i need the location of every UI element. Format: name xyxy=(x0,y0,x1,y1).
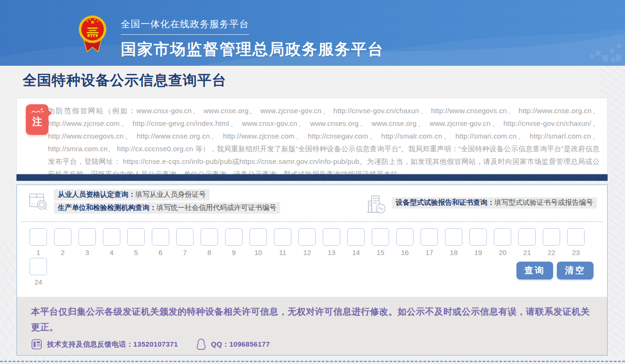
person-query-label: 从业人员资格认定查询： xyxy=(58,190,135,198)
package-search-icon xyxy=(27,190,49,212)
code-input-box-20[interactable] xyxy=(494,228,511,246)
code-input-box-4[interactable] xyxy=(103,228,120,246)
svg-text:★: ★ xyxy=(96,20,99,23)
code-box-number: 19 xyxy=(469,248,487,257)
action-buttons: 查询 清空 xyxy=(516,262,594,279)
code-box-cell: 9 xyxy=(225,228,242,257)
code-box-cell: 23 xyxy=(567,228,585,257)
code-input-box-3[interactable] xyxy=(78,228,96,246)
code-input-box-6[interactable] xyxy=(152,228,169,246)
code-input-box-13[interactable] xyxy=(323,228,340,246)
code-box-cell: 24 xyxy=(30,258,47,287)
code-box-number: 13 xyxy=(323,248,340,257)
code-box-number: 15 xyxy=(372,248,389,257)
code-input-grid: 123456789101112131415161718192021222324 xyxy=(30,228,596,287)
qq-label: QQ： xyxy=(211,340,229,348)
code-box-cell: 2 xyxy=(54,228,71,257)
code-box-number: 14 xyxy=(347,248,365,257)
phone-number: 13520107371 xyxy=(133,340,178,348)
svg-text:★: ★ xyxy=(94,18,96,21)
query-panel: 从业人员资格认定查询：填写从业人员身份证号 生产单位和检验检测机构查询：填写统一… xyxy=(16,185,608,356)
code-box-cell: 11 xyxy=(274,228,291,257)
code-box-number: 12 xyxy=(298,248,316,257)
code-box-cell: 17 xyxy=(421,228,438,257)
code-input-box-12[interactable] xyxy=(298,228,316,246)
code-box-cell: 13 xyxy=(323,228,340,257)
code-box-number: 7 xyxy=(176,248,194,257)
code-box-number: 2 xyxy=(54,248,71,257)
code-input-box-23[interactable] xyxy=(567,228,585,246)
clear-button[interactable]: 清空 xyxy=(557,262,594,279)
code-input-box-7[interactable] xyxy=(176,228,194,246)
code-input-box-15[interactable] xyxy=(372,228,389,246)
code-input-box-11[interactable] xyxy=(274,228,291,246)
code-box-cell: 3 xyxy=(78,228,96,257)
platform-subtitle: 全国一体化在线政务服务平台 xyxy=(121,18,249,35)
header-mosaic-decor xyxy=(589,40,622,64)
qq-number: 1096856177 xyxy=(229,340,270,348)
person-query-hint: 填写从业人员身份证号 xyxy=(135,190,206,198)
notice-badge-char: 注 xyxy=(26,116,48,127)
code-box-cell: 7 xyxy=(176,228,194,257)
code-input-box-1[interactable] xyxy=(30,228,47,246)
unit-query-row: 生产单位和检验检测机构查询：填写统一社会信用代码或许可证书编号 xyxy=(54,202,280,214)
code-input-box-5[interactable] xyxy=(127,228,145,246)
code-box-number: 4 xyxy=(103,248,120,257)
code-input-box-14[interactable] xyxy=(347,228,365,246)
notice-badge: 注 xyxy=(26,104,48,135)
code-box-number: 9 xyxy=(225,248,242,257)
code-input-box-17[interactable] xyxy=(421,228,438,246)
code-box-cell: 10 xyxy=(250,228,267,257)
code-box-number: 18 xyxy=(445,248,462,257)
code-box-number: 24 xyxy=(30,278,47,287)
person-query-row: 从业人员资格认定查询：填写从业人员身份证号 xyxy=(54,189,210,201)
unit-query-hint: 填写统一社会信用代码或许可证书编号 xyxy=(156,203,276,211)
unit-query-label: 生产单位和检验检测机构查询： xyxy=(58,203,156,211)
code-box-cell: 22 xyxy=(543,228,560,257)
code-box-cell: 15 xyxy=(372,228,389,257)
national-emblem-icon: ★ ★ ★ ★ ★ xyxy=(78,15,108,55)
device-query-label: 设备型式试验报告和证书查询： xyxy=(396,198,494,206)
disclaimer-text: 本平台仅归集公示各级发证机关颁发的特种设备相关许可信息，无权对许可信息进行修改。… xyxy=(31,304,593,335)
header-banner: ★ ★ ★ ★ ★ 全国一体化在线政务服务平台 国家市场监督管理总局政务服务平台 xyxy=(0,0,625,66)
code-box-cell: 1 xyxy=(30,228,47,257)
panel-footer: 本平台仅归集公示各级发证机关颁发的特种设备相关许可信息，无权对许可信息进行修改。… xyxy=(17,297,607,355)
code-input-box-10[interactable] xyxy=(250,228,267,246)
contact-row: 技术支持及信息反馈电话：13520107371 QQ：1096856177 xyxy=(31,338,593,350)
code-input-box-9[interactable] xyxy=(225,228,242,246)
building-search-icon xyxy=(367,194,386,215)
code-input-box-22[interactable] xyxy=(543,228,560,246)
qq-text: QQ：1096856177 xyxy=(211,340,270,349)
qq-group: QQ：1096856177 xyxy=(196,338,270,350)
code-input-box-18[interactable] xyxy=(445,228,462,246)
notice-text: 为防范假冒网站（例如：www.cnsx-gov.cn、 www.cnse.org… xyxy=(48,104,600,180)
code-input-box-19[interactable] xyxy=(469,228,487,246)
navy-divider-bar xyxy=(16,174,608,181)
code-input-box-2[interactable] xyxy=(54,228,71,246)
code-input-box-21[interactable] xyxy=(518,228,536,246)
svg-text:★: ★ xyxy=(86,20,89,23)
qq-penguin-icon xyxy=(196,338,206,350)
fax-phone-icon xyxy=(31,339,42,350)
query-type-left-group: 从业人员资格认定查询：填写从业人员身份证号 生产单位和检验检测机构查询：填写统一… xyxy=(27,189,280,216)
code-input-box-24[interactable] xyxy=(30,258,47,275)
phone-label: 技术支持及信息反馈电话： xyxy=(47,340,133,348)
code-box-number: 8 xyxy=(201,248,218,257)
code-input-box-8[interactable] xyxy=(201,228,218,246)
code-input-box-16[interactable] xyxy=(396,228,414,246)
svg-text:★: ★ xyxy=(89,18,91,21)
code-box-number: 10 xyxy=(250,248,267,257)
code-box-number: 11 xyxy=(274,248,291,257)
wink-face-icon xyxy=(30,108,44,114)
query-type-right-group: 设备型式试验报告和证书查询：填写型式试验证书号或报告编号 xyxy=(367,193,597,215)
code-box-cell: 6 xyxy=(152,228,169,257)
code-box-number: 23 xyxy=(567,248,585,257)
code-box-cell: 18 xyxy=(445,228,462,257)
code-box-cell: 5 xyxy=(127,228,145,257)
phone-text: 技术支持及信息反馈电话：13520107371 xyxy=(47,340,178,349)
code-box-cell: 19 xyxy=(469,228,487,257)
search-button[interactable]: 查询 xyxy=(516,262,553,279)
code-box-number: 3 xyxy=(78,248,96,257)
code-box-cell: 8 xyxy=(201,228,218,257)
anti-fake-notice-panel: 注 为防范假冒网站（例如：www.cnsx-gov.cn、 www.cnse.o… xyxy=(16,98,608,174)
